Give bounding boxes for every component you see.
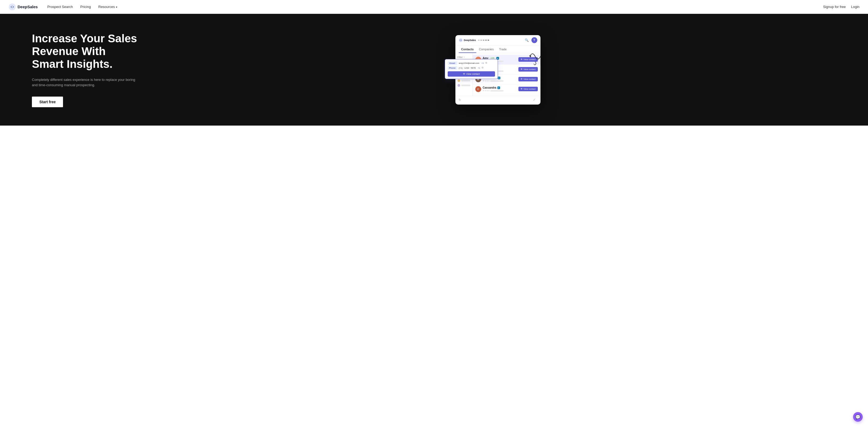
view-contact-button-cassandra[interactable]: 👁 View contact — [518, 87, 537, 91]
eye-icon-alex: 👁 — [521, 68, 523, 70]
nav-resources[interactable]: Resources — [98, 5, 117, 9]
sidebar-icon-5 — [458, 79, 460, 82]
eye-icon-cassandra: 👁 — [521, 88, 523, 90]
contact-dots-blake — [485, 80, 490, 81]
nav-dot-4 — [485, 40, 487, 41]
contact-popup: Email amy1234@email.com +1 ⧉ Phone (+1) … — [445, 59, 498, 79]
filter-label: Filter ‹ — [458, 56, 470, 59]
app-search-icon[interactable]: 🔍 — [525, 38, 529, 42]
popup-email-field: Email amy1234@email.com +1 ⧉ — [448, 61, 495, 65]
contact-data-cassandra: ✉ — [483, 90, 517, 92]
eye-icon-popup: 👁 — [463, 73, 465, 75]
popup-view-contact-button[interactable]: 👁 View contact — [448, 71, 495, 77]
hero-title: Increase Your Sales Revenue With Smart I… — [32, 32, 138, 71]
contact-bar-cassandra — [490, 90, 503, 91]
dot-2 — [487, 90, 488, 91]
sidebar-icon-6 — [458, 84, 460, 87]
nav-prospect-search[interactable]: Prospect Search — [47, 5, 73, 9]
app-header: DeepSales 🔍 Y — [456, 35, 540, 46]
below-hero-section — [0, 125, 868, 365]
filter-collapse-icon[interactable]: ‹ — [464, 56, 465, 58]
email-icon-cassandra: ✉ — [483, 90, 485, 92]
nav-dot-1 — [478, 40, 479, 41]
popup-phone-plus: +1 — [478, 67, 480, 69]
app-footer: ↻ ✓ — [456, 96, 540, 105]
hero-section: Increase Your Sales Revenue With Smart I… — [0, 14, 868, 125]
contact-info-cassandra: Cassandra in ✉ — [483, 86, 517, 92]
nav-pricing[interactable]: Pricing — [80, 5, 91, 9]
app-logo-small: DeepSales — [459, 38, 476, 42]
navbar: DeepSales Prospect Search Pricing Resour… — [0, 0, 868, 14]
refresh-icon[interactable]: ↻ — [459, 98, 463, 103]
dot-3 — [488, 90, 490, 91]
navbar-right: Signup for free Login — [823, 5, 860, 9]
popup-phone-field: Phone (+1) · 1234 · 5678 +1 ⧉ — [448, 66, 495, 70]
navbar-logo[interactable]: DeepSales — [8, 3, 38, 11]
svg-point-1 — [11, 6, 13, 8]
hero-description: Completely different sales experience is… — [32, 77, 138, 88]
view-contact-button-alex[interactable]: 👁 View contact — [518, 67, 537, 72]
app-logo-text: DeepSales — [464, 39, 476, 41]
dot-1 — [485, 80, 486, 81]
app-logo-icon — [459, 38, 463, 42]
sidebar-bar-6 — [461, 85, 470, 86]
checkmark-icon[interactable]: ✓ — [533, 98, 537, 103]
app-nav-dots — [478, 40, 489, 41]
nav-dot-2 — [480, 40, 482, 41]
sidebar-bar-5 — [461, 80, 470, 81]
contact-bar-blake — [490, 80, 503, 82]
nav-dot-5 — [488, 40, 489, 41]
popup-email-value: amy1234@email.com — [459, 62, 479, 64]
avatar-cassandra: C — [475, 86, 481, 92]
popup-phone-label: Phone — [448, 66, 457, 70]
popup-email-plus: +1 — [482, 62, 484, 64]
linkedin-icon-blake[interactable]: in — [498, 77, 500, 79]
nav-dot-3 — [483, 40, 485, 41]
start-free-button[interactable]: Start free — [32, 96, 63, 107]
linkedin-icon-cassandra[interactable]: in — [497, 86, 500, 89]
hero-left: Increase Your Sales Revenue With Smart I… — [32, 32, 138, 107]
tab-companies[interactable]: Companies — [476, 46, 497, 53]
tab-contacts[interactable]: Contacts — [459, 46, 476, 53]
popup-phone-value: (+1) · 1234 · 5678 — [459, 67, 475, 69]
dot-3 — [488, 80, 490, 81]
contact-dots-cassandra — [485, 90, 490, 91]
copy-phone-icon[interactable]: ⧉ — [482, 66, 485, 69]
signup-link[interactable]: Signup for free — [823, 5, 846, 9]
contact-name-row-cassandra: Cassandra in — [483, 86, 517, 89]
logo-icon — [8, 3, 16, 11]
contact-data-blake: ✉ — [483, 80, 517, 82]
hero-right: DeepSales 🔍 Y Contacts Companies Trade — [159, 35, 836, 105]
eye-icon-blake: 👁 — [521, 78, 523, 80]
chevron-down-icon — [116, 5, 117, 9]
eye-icon: 👁 — [521, 58, 523, 61]
sidebar-filter-6 — [458, 84, 470, 87]
view-contact-button-amy[interactable]: 👁 View contact — [518, 57, 537, 62]
app-screenshot: DeepSales 🔍 Y Contacts Companies Trade — [456, 35, 540, 105]
contact-row-cassandra[interactable]: C Cassandra in ✉ — [473, 84, 540, 94]
logo-text: DeepSales — [18, 4, 38, 9]
copy-email-icon[interactable]: ⧉ — [486, 61, 489, 65]
login-link[interactable]: Login — [851, 5, 860, 9]
sidebar-filter-5 — [458, 79, 470, 82]
app-user-avatar[interactable]: Y — [531, 37, 537, 43]
email-icon-blake: ✉ — [483, 80, 485, 82]
view-contact-button-blake[interactable]: 👁 View contact — [518, 77, 537, 81]
tab-trade[interactable]: Trade — [496, 46, 509, 53]
app-tabs: Contacts Companies Trade — [456, 46, 540, 53]
dot-2 — [487, 80, 488, 81]
dot-1 — [485, 90, 486, 91]
svg-point-3 — [460, 40, 461, 41]
navbar-links: Prospect Search Pricing Resources — [47, 5, 823, 9]
contact-name-cassandra: Cassandra — [483, 86, 496, 89]
popup-email-label: Email — [448, 61, 457, 65]
